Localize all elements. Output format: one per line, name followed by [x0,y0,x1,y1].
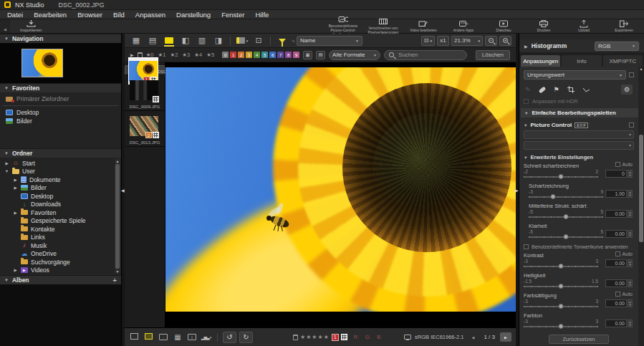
raw-jpeg-filter-icon[interactable]: ▣ [303,51,312,59]
search-input[interactable] [397,51,454,59]
slider-value[interactable]: 0.00 [605,210,627,218]
import-button[interactable]: Importieren [10,19,52,33]
expand-icon[interactable]: ▶ [13,211,18,215]
folder-item-desktop[interactable]: Desktop [1,192,112,201]
folder-item-onedrive[interactable]: ☁OneDrive [1,250,112,259]
stepper-icon[interactable]: ▲▼ [628,170,633,178]
slider-knob[interactable] [559,284,564,289]
picture-control-select[interactable] [524,130,634,139]
picture-control-sub-select[interactable] [524,141,634,150]
slider-knob[interactable] [551,194,556,199]
stepper-icon[interactable]: ▲▼ [628,299,633,307]
scrollbar-thumb[interactable] [639,135,643,242]
photo-sunflower-bee[interactable] [165,67,516,312]
tab-anpassungen[interactable]: Anpassungen [521,55,560,67]
expand-icon[interactable]: ▶ [13,178,18,182]
folder-item-user[interactable]: ▼User [1,168,112,176]
star-filter-2[interactable]: ★2 [170,52,178,58]
gear-icon[interactable]: ⚙ [621,85,633,95]
crop-tool-icon[interactable] [567,86,575,93]
info-overlay-button[interactable]: i [186,332,198,342]
stepper-icon[interactable]: ▲▼ [628,210,633,218]
zoom-out-button[interactable]: − [485,36,497,46]
panel-splitter[interactable]: ▶ [516,34,519,346]
tab-xmp-iptc[interactable]: XMP/IPTC [603,55,643,67]
rating-filter-icon[interactable] [138,52,143,58]
slider-knob[interactable] [559,264,564,269]
filter-list-icon[interactable]: ▤ [316,51,325,59]
stepper-icon[interactable]: ▲▼ [628,319,633,327]
favorite-bilder[interactable]: Bilder [0,117,121,125]
tab-info[interactable]: Info [562,55,601,67]
scrollbar-thumb[interactable] [115,164,120,269]
folder-item-favoriten[interactable]: ▶Favoriten [1,208,112,217]
folder-item-kontakte[interactable]: Kontakte [1,225,112,234]
slider-value[interactable]: 1.00 [605,190,627,198]
slider-knob[interactable] [559,304,564,309]
straighten-tool-icon[interactable]: ✎ [525,86,531,93]
view-compare-button[interactable]: ◨ [211,35,226,47]
rotate-left-button[interactable]: ↺ [223,332,236,343]
navigation-thumbnail[interactable] [21,49,63,77]
scroll-down-icon[interactable]: ▼ [116,269,120,274]
hdr-checkbox[interactable] [524,99,529,104]
slider-knob[interactable] [559,174,564,179]
folder-item-start[interactable]: ▶⌂Start [1,159,112,168]
retouch-tool-icon[interactable] [539,88,546,92]
filmstrip-item[interactable]: DSC_0009.JPG [125,75,165,111]
slider-track[interactable] [524,284,598,289]
sort-direction-icon[interactable]: ↑↓ [292,39,294,43]
scroll-up-icon[interactable]: ▲ [640,67,643,72]
flag-tool-icon[interactable]: ⚑ [554,86,559,93]
slider-value[interactable]: 0.00 [605,230,627,238]
toolbar-button-pixel-merge[interactable]: Verschmelzen von Pixelverlagerungen [363,19,403,33]
color-label-5[interactable]: 5 [261,52,268,58]
favorite-desktop[interactable]: Desktop [0,108,121,117]
folder-item-dokumente[interactable]: ▶Dokumente [1,176,112,184]
slider-track[interactable] [524,264,598,269]
picture-control-checkbox[interactable] [629,122,634,128]
slider-value[interactable]: 0.00 [605,279,627,287]
star-filter-5[interactable]: ★5 [206,52,214,58]
filmstrip-item[interactable]: 1 DSC_0002.JPG [125,65,165,75]
filmstrip-item[interactable]: 2 DSC_0013.JPG [125,111,165,147]
sidebar-splitter[interactable]: ◀ [122,34,125,346]
expand-icon[interactable]: ▶ [4,161,9,165]
label-picker-icon[interactable] [341,334,347,340]
folder-item-bilder[interactable]: ▶Bilder [1,184,112,193]
folder-item-musik[interactable]: ♪Musik [1,241,112,250]
crop-display-button[interactable]: · [158,332,169,342]
toolbar-button-upload[interactable]: Upload [564,19,604,33]
grid-overlay-button[interactable]: ▦ [172,332,183,342]
toolbar-button-print[interactable]: Drucken [524,19,564,33]
menu-bild[interactable]: Bild [113,11,125,19]
slider-track[interactable] [524,304,598,309]
delete-button[interactable]: Löschen [476,50,510,60]
rating-stars[interactable]: ★★★★★ [300,334,330,340]
search-box[interactable] [384,50,467,60]
next-image-button[interactable]: ▶ [500,332,511,342]
reset-button[interactable]: Zurücksetzen [549,335,609,344]
histogram-overlay-button[interactable]: ▂▅▃▾ [201,332,212,342]
color-label-2[interactable]: 2 [238,52,244,58]
star-filter-1[interactable]: ★1 [158,52,166,58]
slider-value[interactable]: 0 [605,170,627,178]
favorite-primary-target[interactable]: Primärer Zielordner [0,95,121,103]
expand-icon[interactable]: ▼ [4,169,9,173]
sync-view-button[interactable] [143,332,155,342]
expand-icon[interactable]: ▶ [13,268,18,272]
format-filter-select[interactable]: Alle Formate ▼ [329,50,380,60]
sort-select[interactable]: Name ▼ [297,36,362,46]
stepper-icon[interactable]: ▲▼ [628,230,633,238]
slider-knob[interactable] [564,234,569,239]
folder-item-links[interactable]: Links [1,234,112,242]
color-label-6[interactable]: 6 [269,52,276,58]
expand-icon[interactable]: ▶ [524,44,528,49]
folder-item-videos[interactable]: ▶▶Videos [1,266,112,275]
rotate-right-button[interactable]: ↻ [239,332,253,343]
histogram-channel-select[interactable]: RGB ▼ [595,42,639,51]
fullscreen-button[interactable]: ⊡ [251,35,266,47]
view-grid-button[interactable]: ▦ [129,35,143,47]
slider-track[interactable] [529,194,603,200]
menu-fenster[interactable]: Fenster [221,11,244,19]
